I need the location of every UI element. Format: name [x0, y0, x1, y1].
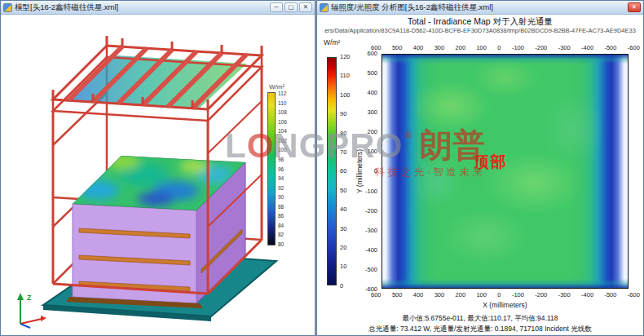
- maximize-button[interactable]: ▢: [285, 2, 298, 12]
- x-tick-label: -500: [604, 291, 616, 298]
- screen: 模型[头16-2鑫特磁往供星.xml] ─ ▢ ✕: [0, 0, 644, 336]
- x-tick-label: -400: [581, 44, 593, 51]
- x-tick-label: 400: [413, 291, 424, 298]
- x-tick-label: -100: [512, 291, 524, 298]
- model-window: 模型[头16-2鑫特磁往供星.xml] ─ ▢ ✕: [0, 0, 315, 336]
- legend-tick-label: 100: [278, 147, 287, 153]
- colorbar-tick-label: 10: [340, 263, 351, 270]
- legend-tick-label: 102: [278, 138, 287, 144]
- legend-tick-label: 80: [278, 241, 287, 247]
- x-tick-label: -200: [535, 44, 547, 51]
- x-tick-label: 100: [476, 44, 487, 51]
- colorbar-tick-label: 90: [340, 110, 351, 117]
- legend-tick-label: 90: [278, 194, 287, 200]
- x-tick-label: 300: [434, 44, 445, 51]
- x-axis-tick-labels-bottom: 6005004003002001000-100-200-300-400-500-…: [371, 291, 640, 298]
- legend-tick-label: 86: [278, 213, 287, 219]
- legend-tick-label: 106: [278, 119, 287, 125]
- y-tick-label: 0: [374, 167, 377, 175]
- y-tick-label: 300: [367, 108, 377, 116]
- z-axis-label: Z: [27, 294, 32, 302]
- legend-tick-label: 108: [278, 109, 287, 115]
- legend-tick-label: 104: [278, 128, 287, 134]
- y-axis-tick-labels: 6005004003002001000-100-200-300-400-500-…: [353, 50, 377, 293]
- map-annotation: 顶部: [473, 152, 507, 173]
- irradiance-window-title: 辐照度/光照度 分析图[头16-2鑫特磁往供星.xml]: [331, 2, 625, 13]
- x-tick-label: -600: [628, 291, 640, 298]
- orientation-axes: Z: [7, 290, 50, 332]
- legend-tick-label: 110: [278, 100, 287, 106]
- legend-tick-label: 92: [278, 185, 287, 191]
- model-window-icon: [3, 3, 12, 12]
- close-button[interactable]: ✕: [628, 2, 641, 12]
- colorbar-tick-label: 60: [340, 167, 351, 175]
- y-tick-label: -500: [365, 266, 377, 273]
- x-tick-label: -400: [581, 291, 593, 298]
- x-tick-label: 200: [456, 291, 466, 298]
- irradiance-window-icon: [320, 3, 329, 12]
- irradiance-window: 辐照度/光照度 分析图[头16-2鑫特磁往供星.xml] ✕ Total - I…: [316, 0, 644, 336]
- y-tick-label: -200: [365, 207, 377, 214]
- y-tick-label: -400: [365, 246, 377, 254]
- legend-tick-label: 84: [278, 223, 287, 228]
- y-tick-label: 200: [367, 128, 377, 135]
- legend-unit-label: W/m²: [269, 83, 308, 91]
- x-tick-label: 600: [371, 291, 382, 298]
- map-title: Total - Irradiance Map 对于入射光通量: [317, 16, 643, 28]
- colorbar-tick-label: 120: [340, 53, 351, 60]
- x-tick-label: -100: [512, 44, 524, 51]
- legend-tick-label: 96: [278, 166, 287, 172]
- legend-tick-label: 88: [278, 204, 287, 210]
- irradiance-analysis-panel: Total - Irradiance Map 对于入射光通量 ers/Data/…: [317, 15, 643, 335]
- legend-tick-label: 112: [278, 91, 287, 96]
- model-viewport[interactable]: W/m² 11211010810610410210098969492908886…: [1, 15, 315, 335]
- colorbar-tick-label: 100: [340, 91, 351, 99]
- colorbar: [327, 57, 337, 285]
- irradiance-window-titlebar[interactable]: 辐照度/光照度 分析图[头16-2鑫特磁往供星.xml] ✕: [317, 1, 643, 15]
- legend-tick-label: 98: [278, 157, 287, 162]
- y-tick-label: 500: [367, 69, 377, 77]
- y-tick-label: 100: [367, 148, 377, 155]
- stats-line-minmax: 最小值:5.6755e-011, 最大值:110.17, 平均值:94.118: [317, 314, 643, 324]
- window-controls: ─ ▢ ✕: [270, 2, 312, 12]
- model-legend: W/m² 11211010810610410210098969492908886…: [267, 83, 308, 247]
- colorbar-tick-label: 30: [340, 225, 351, 232]
- x-axis-tick-labels-top: 6005004003002001000-100-200-300-400-500-…: [371, 44, 640, 51]
- colorbar-tick-label: 50: [340, 187, 351, 194]
- x-tick-label: 0: [497, 291, 501, 298]
- model-window-titlebar[interactable]: 模型[头16-2鑫特磁往供星.xml] ─ ▢ ✕: [1, 1, 315, 15]
- x-tick-label: -300: [558, 291, 571, 298]
- x-tick-label: 0: [497, 44, 501, 51]
- stats-line-flux: 总光通量: 73.412 W, 光通量/发射光通量: 0.1894, 71710…: [317, 325, 643, 334]
- x-axis-label: X (millimeters): [382, 301, 629, 309]
- colorbar-tick-label: 20: [340, 244, 351, 251]
- x-tick-label: 500: [392, 44, 403, 51]
- legend-tick-labels: 1121101081061041021009896949290888684828…: [278, 91, 287, 247]
- x-tick-label: 100: [476, 291, 487, 298]
- legend-colorbar: [267, 92, 276, 245]
- map-file-path: ers/Data/Application/83C9A118-D562-410D-…: [317, 27, 643, 34]
- x-tick-label: 200: [456, 44, 466, 51]
- x-tick-label: 600: [371, 44, 382, 51]
- model-window-title: 模型[头16-2鑫特磁往供星.xml]: [15, 2, 267, 13]
- legend-tick-label: 82: [278, 232, 287, 237]
- close-button[interactable]: ✕: [299, 2, 312, 12]
- colorbar-tick-label: 110: [340, 72, 351, 79]
- x-tick-label: 400: [413, 44, 424, 51]
- colorbar-tick-labels: 1201101009080706050403020100: [340, 53, 351, 290]
- colorbar-tick-label: 0: [340, 282, 351, 290]
- x-tick-label: 500: [392, 291, 403, 298]
- y-tick-label: -300: [365, 227, 377, 234]
- y-tick-label: -100: [365, 188, 377, 195]
- x-tick-label: -500: [604, 44, 616, 51]
- x-tick-label: -300: [558, 44, 571, 51]
- colorbar-unit-label: W/m²: [324, 38, 340, 46]
- irradiance-map[interactable]: 顶部: [382, 54, 629, 289]
- x-tick-label: 300: [434, 291, 445, 298]
- x-tick-label: -200: [535, 291, 547, 298]
- colorbar-tick-label: 80: [340, 130, 351, 137]
- colorbar-tick-label: 70: [340, 148, 351, 156]
- legend-tick-label: 94: [278, 175, 287, 181]
- minimize-button[interactable]: ─: [270, 2, 283, 12]
- x-tick-label: -600: [628, 44, 640, 51]
